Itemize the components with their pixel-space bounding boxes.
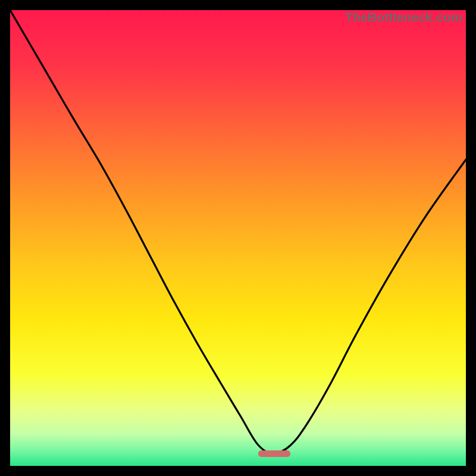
bottleneck-curve [10, 10, 466, 466]
watermark-label: TheBottleneck.com [345, 10, 462, 24]
chart-frame: TheBottleneck.com [0, 0, 476, 476]
plot-area: TheBottleneck.com [10, 10, 466, 466]
minimum-marker [258, 450, 290, 457]
